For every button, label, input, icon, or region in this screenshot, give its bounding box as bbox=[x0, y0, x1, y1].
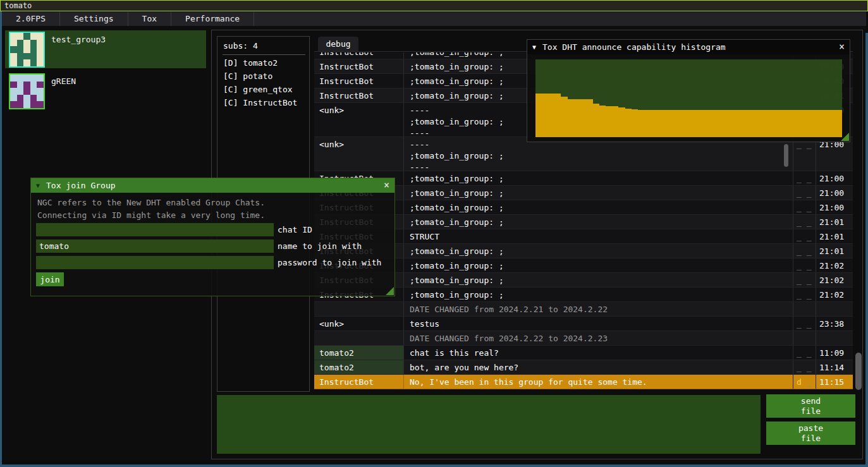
avatar-pixel bbox=[23, 46, 30, 53]
group-item-green[interactable]: gREEN bbox=[5, 72, 206, 110]
member-item-potato[interactable]: [C] potato bbox=[223, 71, 309, 82]
date-changed-row[interactable]: DATE CHANGED from 2024.2.21 to 2024.2.22 bbox=[314, 302, 853, 317]
histogram-bar bbox=[714, 110, 721, 137]
close-icon[interactable]: × bbox=[839, 42, 845, 52]
chat-id-input[interactable] bbox=[36, 223, 274, 236]
dht-histogram-titlebar[interactable]: ▼ Tox DHT announce capability histogram … bbox=[527, 40, 850, 54]
join-group-titlebar[interactable]: ▼ Tox join Group × bbox=[31, 178, 394, 193]
sender-cell: <unk> bbox=[314, 137, 404, 171]
histogram-bar bbox=[542, 94, 548, 137]
name-to-join-with-input[interactable] bbox=[36, 240, 274, 253]
histogram-bar bbox=[599, 106, 606, 137]
avatar-pixel bbox=[30, 53, 37, 60]
delivery-tick: _ bbox=[807, 290, 812, 300]
delivery-tick: _ bbox=[807, 203, 812, 212]
collapse-icon[interactable]: ▼ bbox=[36, 182, 40, 189]
histogram-bar bbox=[810, 110, 817, 137]
avatar-pixel bbox=[17, 59, 24, 66]
histogram-bar bbox=[823, 110, 829, 137]
dht-histogram-title: Tox DHT announce capability histogram bbox=[542, 42, 726, 52]
delivery-tick: _ bbox=[807, 188, 812, 198]
delivery-tick: _ bbox=[797, 276, 802, 285]
sender-cell: tomato2 bbox=[314, 346, 404, 360]
join-field-row: chat ID bbox=[36, 223, 312, 236]
delivery-tick: _ bbox=[797, 246, 802, 256]
histogram-bar bbox=[657, 110, 663, 137]
delivery-tick: _ bbox=[797, 261, 802, 270]
outer-border-bottom bbox=[0, 464, 868, 467]
timestamp-cell: 21:01 bbox=[816, 244, 853, 258]
timestamp-cell: 21:00 bbox=[816, 171, 853, 185]
menu-item-tox[interactable]: Tox bbox=[128, 12, 171, 26]
avatar-pixel bbox=[10, 59, 17, 66]
histogram-bar bbox=[632, 109, 638, 137]
histogram-bar bbox=[580, 99, 587, 137]
avatar-pixel bbox=[10, 53, 17, 60]
message-row[interactable]: <unk>---- ;tomato_in_group: ; ----_ _21:… bbox=[314, 137, 853, 171]
delivery-tick: _ bbox=[807, 232, 812, 241]
avatar-pixel bbox=[23, 53, 30, 60]
menu-item-2-0fps[interactable]: 2.0FPS bbox=[2, 12, 60, 26]
message-pane-scrollbar-thumb[interactable] bbox=[784, 144, 788, 167]
close-icon[interactable]: × bbox=[384, 181, 389, 190]
delivery-tick: _ bbox=[807, 217, 812, 227]
password-to-join-with-input[interactable] bbox=[36, 256, 274, 269]
menu-item-performance[interactable]: Performance bbox=[171, 12, 254, 26]
sender-cell: InstructBot bbox=[314, 52, 404, 59]
date-changed-row[interactable]: DATE CHANGED from 2024.2.22 to 2024.2.23 bbox=[314, 331, 853, 346]
join-button[interactable]: join bbox=[36, 272, 64, 286]
delivery-status-cell: _ _ bbox=[793, 171, 816, 185]
member-item-tomato2[interactable]: [D] tomato2 bbox=[223, 58, 309, 68]
password-to-join-with-label: password to join with bbox=[278, 258, 381, 267]
tab-debug[interactable]: debug bbox=[318, 37, 358, 51]
resize-grip-icon[interactable] bbox=[841, 133, 849, 141]
avatar-pixel bbox=[30, 82, 37, 88]
sender-cell: <unk> bbox=[314, 317, 404, 331]
delivery-tick: _ bbox=[797, 319, 802, 329]
histogram-bar bbox=[829, 110, 836, 137]
histogram-bar bbox=[702, 110, 708, 137]
member-item-instructbot[interactable]: [C] InstructBot bbox=[223, 98, 309, 108]
delivery-status-cell: _ _ bbox=[793, 215, 816, 229]
avatar-pixel bbox=[37, 95, 44, 102]
message-input[interactable] bbox=[217, 395, 761, 454]
message-row[interactable]: <unk>testus_ _23:38 bbox=[314, 317, 853, 331]
delivery-status-cell bbox=[793, 331, 816, 345]
histogram-bar bbox=[587, 99, 593, 137]
group-avatar bbox=[9, 73, 45, 109]
send-file-button[interactable]: send file bbox=[766, 394, 855, 418]
join-group-window: ▼ Tox join Group × NGC refers to the New… bbox=[30, 178, 395, 296]
group-item-test-group3[interactable]: test_group3 bbox=[5, 30, 206, 68]
collapse-icon[interactable]: ▼ bbox=[532, 44, 536, 51]
resize-grip-icon[interactable] bbox=[386, 287, 394, 295]
member-item-green-qtox[interactable]: [C] green_qtox bbox=[223, 85, 309, 95]
delivery-tick: _ bbox=[807, 246, 812, 256]
outer-border-left bbox=[0, 11, 2, 467]
message-row[interactable]: InstructBotNo, I've been in this group f… bbox=[314, 375, 853, 389]
histogram-bar bbox=[695, 110, 702, 137]
histogram-bar bbox=[778, 110, 785, 137]
message-row[interactable]: tomato2bot, are you new here?_ _11:14 bbox=[314, 360, 853, 375]
histogram-bar bbox=[554, 94, 561, 137]
histogram-bar bbox=[797, 110, 804, 137]
histogram-bar bbox=[804, 110, 810, 137]
avatar-pixel bbox=[17, 75, 24, 82]
window-titlebar[interactable]: tomato bbox=[0, 0, 868, 11]
timestamp-cell: 11:09 bbox=[816, 346, 853, 360]
message-row[interactable]: tomato2chat is this real?_ _11:09 bbox=[314, 346, 853, 360]
chat-scrollbar-thumb[interactable] bbox=[855, 353, 862, 390]
menu-item-settings[interactable]: Settings bbox=[60, 12, 128, 26]
join-group-title: Tox join Group bbox=[46, 181, 116, 190]
histogram-bar bbox=[669, 110, 676, 137]
avatar-pixel bbox=[23, 33, 30, 40]
histogram-bar bbox=[785, 110, 791, 137]
message-text: ;tomato_in_group: ; bbox=[404, 288, 793, 301]
delivery-status-cell: _ _ bbox=[793, 317, 816, 331]
avatar-pixel bbox=[17, 95, 24, 102]
member-list: [D] tomato2[C] potato[C] green_qtox[C] I… bbox=[217, 58, 309, 108]
avatar-pixel bbox=[30, 101, 37, 108]
paste-file-button[interactable]: paste file bbox=[766, 422, 855, 445]
delivery-status-cell: _ _ bbox=[793, 200, 816, 214]
timestamp-cell: 21:00 bbox=[816, 186, 853, 200]
sender-cell: InstructBot bbox=[314, 74, 404, 88]
